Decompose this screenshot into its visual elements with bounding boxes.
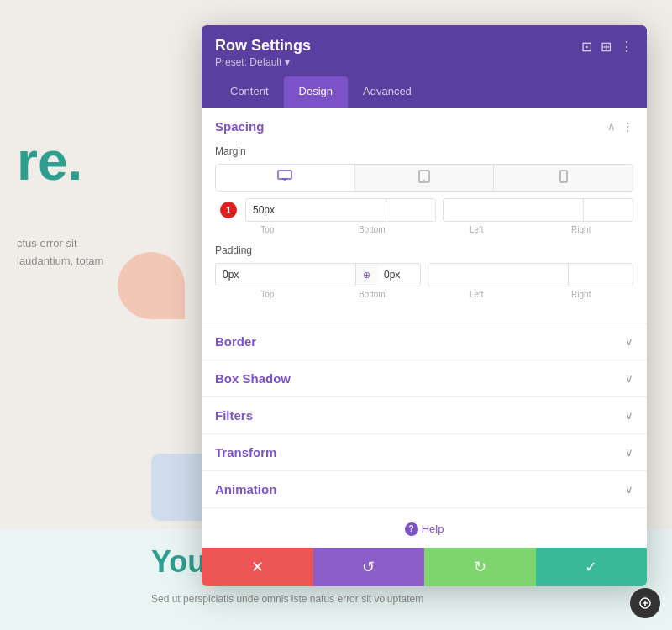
error-badge: 1 <box>220 202 237 218</box>
modal-title-block: Row Settings Preset: Default ▾ <box>215 37 311 68</box>
spacing-title: Spacing <box>215 119 264 134</box>
padding-bottom-label: Bottom <box>320 290 425 299</box>
margin-right-label: Right <box>529 225 634 234</box>
padding-input-row: ⊕ ⊕ <box>215 263 633 286</box>
cancel-button[interactable]: ✕ <box>202 548 313 586</box>
padding-right-label: Right <box>529 290 634 299</box>
device-tabs-margin <box>215 164 633 192</box>
padding-labels: Top Bottom Left Right <box>215 290 633 299</box>
padding-bottom-input[interactable] <box>377 264 421 286</box>
padding-top-label: Top <box>215 290 320 299</box>
modal-body: Spacing ∧ ⋮ Margin <box>202 108 647 586</box>
box-shadow-section-header[interactable]: Box Shadow ∨ <box>202 360 647 396</box>
help-icon: ? <box>405 522 418 536</box>
modal-title: Row Settings <box>215 37 311 55</box>
bg-small-text: ctus error sit laudantium, totam <box>17 235 103 270</box>
svg-point-4 <box>423 180 425 181</box>
tab-advanced[interactable]: Advanced <box>348 76 427 108</box>
modal-preset[interactable]: Preset: Default ▾ <box>215 56 311 68</box>
margin-left-label: Left <box>424 225 529 234</box>
padding-top-input[interactable] <box>216 264 355 286</box>
device-tab-desktop[interactable] <box>216 165 355 191</box>
transform-title: Transform <box>215 445 276 459</box>
margin-bottom-input[interactable] <box>386 199 436 221</box>
box-shadow-section: Box Shadow ∨ <box>202 360 647 397</box>
modal-header: Row Settings Preset: Default ▾ ⊡ ⊞ ⋮ <box>202 25 647 76</box>
border-title: Border <box>215 334 256 349</box>
transform-section-header[interactable]: Transform ∨ <box>202 434 647 470</box>
row-settings-modal: Row Settings Preset: Default ▾ ⊡ ⊞ ⋮ Con… <box>202 25 647 586</box>
animation-section: Animation ∨ <box>202 471 647 508</box>
filters-section: Filters ∨ <box>202 397 647 434</box>
margin-bottom-label: Bottom <box>320 225 425 234</box>
fullscreen-icon[interactable]: ⊡ <box>581 39 592 55</box>
margin-input-row: ⊕ ⊕ <box>245 198 633 222</box>
help-row: ? Help <box>202 508 647 548</box>
device-tab-tablet[interactable] <box>355 165 495 191</box>
margin-top-input[interactable] <box>246 199 386 221</box>
padding-link-icon[interactable]: ⊕ <box>355 264 377 286</box>
filters-chevron: ∨ <box>625 409 633 422</box>
transform-chevron: ∨ <box>625 446 633 459</box>
animation-title: Animation <box>215 482 276 496</box>
padding-left-right-group: ⊕ <box>428 263 633 286</box>
margin-label: Margin <box>215 145 633 157</box>
padding-top-bottom-group: ⊕ <box>215 263 421 286</box>
margin-input-wrapper: 1 ⊕ ⊕ <box>245 198 633 222</box>
tab-design[interactable]: Design <box>284 76 348 108</box>
reset-button[interactable]: ↺ <box>313 548 425 586</box>
device-tab-mobile[interactable] <box>494 165 633 191</box>
transform-section: Transform ∨ <box>202 434 647 471</box>
animation-section-header[interactable]: Animation ∨ <box>202 471 647 507</box>
margin-labels: Top Bottom Left Right <box>215 225 633 234</box>
more-options-icon[interactable]: ⋮ <box>620 39 633 55</box>
save-button[interactable]: ✓ <box>536 548 648 586</box>
spacing-section-header[interactable]: Spacing ∧ ⋮ <box>202 108 647 145</box>
margin-left-right-group: ⊕ <box>443 198 633 222</box>
tab-content[interactable]: Content <box>215 76 284 108</box>
border-section: Border ∨ <box>202 323 647 360</box>
decorative-shape-pink <box>118 252 185 319</box>
help-label: Help <box>422 522 444 535</box>
spacing-more-icon[interactable]: ⋮ <box>622 120 633 133</box>
filters-title: Filters <box>215 408 253 423</box>
spacing-content: Margin 1 <box>202 145 647 323</box>
modal-tabs: Content Design Advanced <box>202 76 647 108</box>
svg-rect-0 <box>278 171 291 179</box>
modal-footer: ✕ ↺ ↻ ✓ <box>202 548 647 586</box>
animation-chevron: ∨ <box>625 483 633 496</box>
padding-left-label: Left <box>424 290 529 299</box>
margin-right-input[interactable] <box>583 199 633 221</box>
padding-label: Padding <box>215 244 633 256</box>
spacing-section: Spacing ∧ ⋮ Margin <box>202 108 647 323</box>
padding-right-input[interactable] <box>568 264 633 286</box>
columns-icon[interactable]: ⊞ <box>601 39 612 55</box>
help-link[interactable]: ? Help <box>405 522 444 536</box>
svg-point-6 <box>563 180 564 181</box>
padding-left-input[interactable] <box>428 264 568 286</box>
filters-section-header[interactable]: Filters ∨ <box>202 397 647 433</box>
bg-bottom-subtext: Sed ut perspiciatis unde omnis iste natu… <box>151 593 423 605</box>
box-shadow-chevron: ∨ <box>625 372 633 385</box>
border-chevron: ∨ <box>625 335 633 348</box>
redo-button[interactable]: ↻ <box>424 548 536 586</box>
bg-left-text: re. <box>17 134 82 188</box>
margin-left-input[interactable] <box>444 199 583 221</box>
dark-circle-button[interactable] <box>630 588 660 618</box>
spacing-section-actions: ∧ ⋮ <box>607 120 633 133</box>
modal-header-actions: ⊡ ⊞ ⋮ <box>581 39 633 55</box>
border-section-header[interactable]: Border ∨ <box>202 323 647 360</box>
box-shadow-title: Box Shadow <box>215 371 291 386</box>
margin-top-label: Top <box>215 225 320 234</box>
margin-top-bottom-group: ⊕ <box>245 198 436 222</box>
spacing-chevron-up[interactable]: ∧ <box>607 120 616 133</box>
